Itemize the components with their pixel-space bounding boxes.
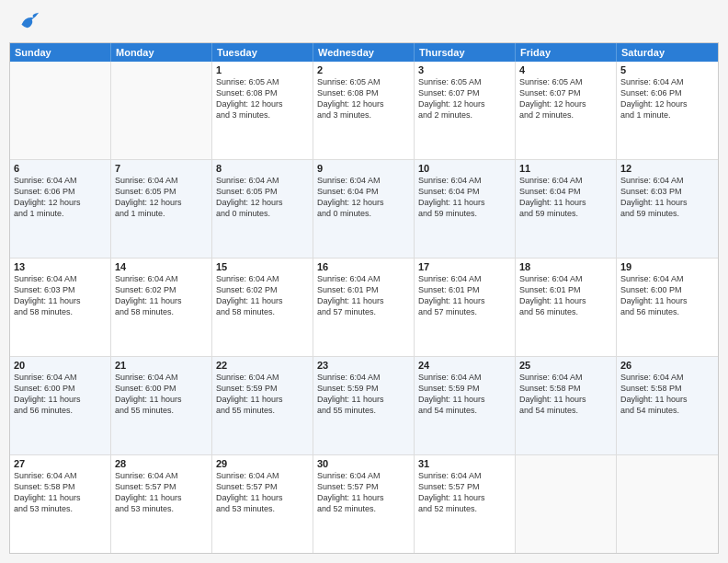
day-number: 12: [620, 163, 714, 174]
calendar-cell-13: 13Sunrise: 6:04 AMSunset: 6:03 PMDayligh…: [10, 259, 111, 356]
cell-line: Daylight: 12 hours: [216, 197, 309, 208]
calendar-cell-31: 31Sunrise: 6:04 AMSunset: 5:57 PMDayligh…: [415, 455, 516, 553]
cell-line: Sunset: 6:05 PM: [216, 186, 309, 197]
cell-line: Sunset: 5:59 PM: [317, 383, 410, 394]
header-day-monday: Monday: [111, 43, 212, 62]
cell-line: Sunset: 5:57 PM: [418, 481, 511, 492]
calendar-header: SundayMondayTuesdayWednesdayThursdayFrid…: [10, 43, 718, 62]
cell-line: and 2 minutes.: [519, 109, 612, 121]
cell-line: and 58 minutes.: [14, 306, 107, 317]
cell-line: Daylight: 11 hours: [519, 394, 612, 405]
cell-line: Sunset: 6:02 PM: [115, 284, 208, 295]
cell-line: and 56 minutes.: [14, 405, 107, 416]
page: SundayMondayTuesdayWednesdayThursdayFrid…: [0, 0, 728, 563]
cell-line: Sunset: 5:58 PM: [14, 481, 107, 492]
cell-line: Sunset: 6:01 PM: [317, 284, 410, 295]
calendar-cell-30: 30Sunrise: 6:04 AMSunset: 5:57 PMDayligh…: [313, 455, 415, 553]
cell-line: Sunset: 6:05 PM: [115, 186, 208, 197]
day-number: 31: [418, 458, 511, 469]
cell-line: Daylight: 11 hours: [418, 394, 511, 405]
cell-line: Sunrise: 6:04 AM: [418, 175, 511, 186]
cell-line: and 55 minutes.: [115, 405, 208, 416]
cell-line: and 53 minutes.: [115, 503, 208, 514]
cell-line: and 59 minutes.: [519, 208, 612, 219]
cell-line: Sunset: 6:07 PM: [418, 87, 511, 98]
logo: [13, 9, 40, 35]
cell-line: Daylight: 12 hours: [317, 197, 410, 208]
cell-line: Sunset: 6:08 PM: [216, 87, 309, 98]
calendar: SundayMondayTuesdayWednesdayThursdayFrid…: [9, 42, 719, 554]
cell-line: Daylight: 11 hours: [519, 295, 612, 306]
day-number: 8: [216, 163, 309, 174]
cell-line: Sunset: 6:04 PM: [418, 186, 511, 197]
calendar-cell-16: 16Sunrise: 6:04 AMSunset: 6:01 PMDayligh…: [313, 259, 415, 356]
cell-line: and 54 minutes.: [620, 405, 714, 416]
day-number: 23: [317, 360, 410, 371]
cell-line: and 56 minutes.: [620, 306, 714, 317]
calendar-row-1: 6Sunrise: 6:04 AMSunset: 6:06 PMDaylight…: [10, 160, 718, 259]
cell-line: Sunrise: 6:04 AM: [14, 372, 107, 383]
day-number: 5: [620, 64, 714, 75]
day-number: 10: [418, 163, 511, 174]
day-number: 26: [620, 360, 714, 371]
cell-line: and 3 minutes.: [216, 109, 309, 121]
cell-line: Daylight: 11 hours: [14, 394, 107, 405]
calendar-body: 1Sunrise: 6:05 AMSunset: 6:08 PMDaylight…: [10, 62, 718, 553]
cell-line: Sunrise: 6:04 AM: [418, 372, 511, 383]
calendar-row-2: 13Sunrise: 6:04 AMSunset: 6:03 PMDayligh…: [10, 259, 718, 357]
calendar-cell-11: 11Sunrise: 6:04 AMSunset: 6:04 PMDayligh…: [516, 160, 617, 258]
cell-line: Sunrise: 6:04 AM: [620, 76, 714, 87]
day-number: 1: [216, 64, 309, 75]
cell-line: and 59 minutes.: [620, 208, 714, 219]
cell-line: Daylight: 11 hours: [620, 295, 714, 306]
cell-line: Sunset: 6:06 PM: [14, 186, 107, 197]
calendar-cell-8: 8Sunrise: 6:04 AMSunset: 6:05 PMDaylight…: [212, 160, 313, 258]
cell-line: Sunset: 6:02 PM: [216, 284, 309, 295]
cell-line: Daylight: 11 hours: [317, 394, 410, 405]
cell-line: Sunset: 6:08 PM: [317, 87, 410, 98]
cell-line: Sunset: 6:07 PM: [519, 87, 612, 98]
cell-line: and 0 minutes.: [317, 208, 410, 219]
cell-line: Sunrise: 6:04 AM: [14, 470, 107, 481]
day-number: 4: [519, 64, 612, 75]
cell-line: and 59 minutes.: [418, 208, 511, 219]
cell-line: Sunrise: 6:04 AM: [519, 175, 612, 186]
calendar-cell-empty-0-0: [10, 62, 111, 159]
cell-line: and 52 minutes.: [418, 503, 511, 514]
cell-line: Sunset: 6:01 PM: [519, 284, 612, 295]
day-number: 19: [620, 261, 714, 272]
day-number: 16: [317, 261, 410, 272]
cell-line: Sunset: 5:57 PM: [115, 481, 208, 492]
cell-line: and 57 minutes.: [418, 306, 511, 317]
cell-line: Sunset: 5:57 PM: [317, 481, 410, 492]
calendar-cell-empty-4-5: [516, 455, 617, 553]
calendar-cell-29: 29Sunrise: 6:04 AMSunset: 5:57 PMDayligh…: [212, 455, 313, 553]
cell-line: and 3 minutes.: [317, 109, 410, 121]
cell-line: Sunset: 6:00 PM: [115, 383, 208, 394]
cell-line: and 1 minute.: [620, 109, 714, 121]
cell-line: Sunset: 6:00 PM: [14, 383, 107, 394]
cell-line: Sunrise: 6:05 AM: [317, 76, 410, 87]
cell-line: and 55 minutes.: [216, 405, 309, 416]
calendar-cell-18: 18Sunrise: 6:04 AMSunset: 6:01 PMDayligh…: [516, 259, 617, 356]
calendar-cell-4: 4Sunrise: 6:05 AMSunset: 6:07 PMDaylight…: [516, 62, 617, 159]
cell-line: Daylight: 12 hours: [14, 197, 107, 208]
calendar-cell-1: 1Sunrise: 6:05 AMSunset: 6:08 PMDaylight…: [212, 62, 313, 159]
cell-line: and 2 minutes.: [418, 109, 511, 121]
logo-bird-icon: [15, 9, 40, 35]
calendar-cell-15: 15Sunrise: 6:04 AMSunset: 6:02 PMDayligh…: [212, 259, 313, 356]
day-number: 17: [418, 261, 511, 272]
cell-line: Sunrise: 6:05 AM: [418, 76, 511, 87]
day-number: 13: [14, 261, 107, 272]
cell-line: Sunset: 6:04 PM: [519, 186, 612, 197]
cell-line: and 1 minute.: [115, 208, 208, 219]
cell-line: Sunset: 5:59 PM: [216, 383, 309, 394]
cell-line: Daylight: 12 hours: [216, 98, 309, 109]
cell-line: Daylight: 11 hours: [115, 394, 208, 405]
cell-line: and 58 minutes.: [115, 306, 208, 317]
cell-line: Sunrise: 6:04 AM: [620, 372, 714, 383]
calendar-cell-10: 10Sunrise: 6:04 AMSunset: 6:04 PMDayligh…: [415, 160, 516, 258]
cell-line: Sunrise: 6:04 AM: [216, 372, 309, 383]
cell-line: Sunrise: 6:04 AM: [317, 470, 410, 481]
cell-line: Sunset: 6:03 PM: [14, 284, 107, 295]
